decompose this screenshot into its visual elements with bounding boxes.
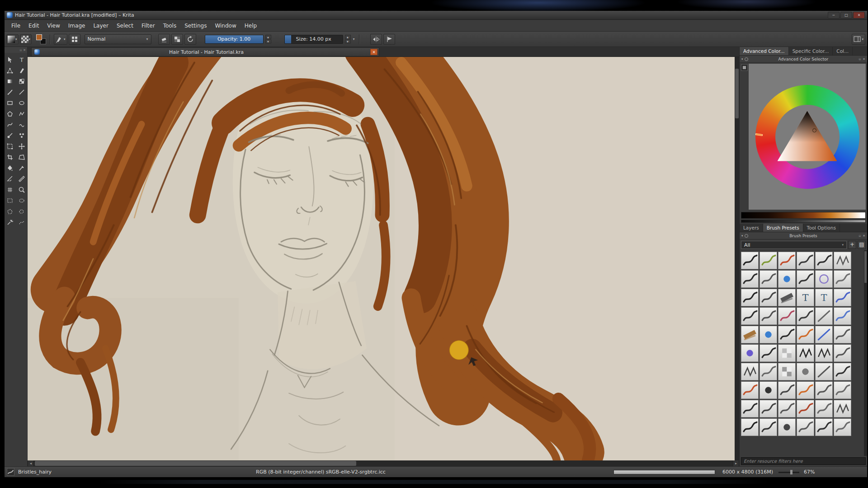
blending-mode-dropdown[interactable]: Normal ▾ xyxy=(85,34,151,44)
preset-chooser-button[interactable] xyxy=(69,34,80,45)
tool-multibrush[interactable] xyxy=(17,131,27,140)
spin-down-icon[interactable]: ▼ xyxy=(265,39,271,43)
workspace-chooser-button[interactable]: ▾ xyxy=(852,34,865,45)
shade-gradient-strip[interactable] xyxy=(741,212,866,219)
menu-help[interactable]: Help xyxy=(241,21,261,31)
brush-preset-25[interactable] xyxy=(760,326,777,343)
preset-scrollbar-thumb[interactable] xyxy=(864,251,867,283)
spin-down-icon[interactable]: ▼ xyxy=(345,39,351,43)
collapse-arrow-icon[interactable]: ▾ xyxy=(741,57,743,61)
horizontal-scrollbar-thumb[interactable] xyxy=(35,461,356,466)
menu-view[interactable]: View xyxy=(43,21,64,31)
brush-preset-50[interactable] xyxy=(778,400,796,418)
tool-edit-shapes[interactable] xyxy=(5,66,15,75)
tool-text[interactable]: T xyxy=(17,55,27,64)
brush-preset-39[interactable] xyxy=(797,363,814,380)
tool-freehand-brush[interactable] xyxy=(5,87,15,97)
docker-close-icon[interactable]: ✕ xyxy=(863,234,865,238)
brush-preset-0[interactable] xyxy=(741,252,759,269)
brush-preset-33[interactable] xyxy=(797,344,814,362)
brush-preset-20[interactable] xyxy=(778,307,796,325)
brush-preset-56[interactable] xyxy=(778,418,796,436)
brush-preset-44[interactable] xyxy=(778,381,796,399)
brush-preset-40[interactable] xyxy=(815,363,833,380)
brush-preset-31[interactable] xyxy=(760,344,777,362)
brush-preset-23[interactable] xyxy=(834,307,851,325)
brush-size-spinner[interactable]: ▲ ▼ xyxy=(345,35,351,43)
tool-polyline[interactable] xyxy=(17,109,27,118)
eraser-mode-button[interactable] xyxy=(158,34,170,45)
brush-preset-49[interactable] xyxy=(760,400,777,418)
tool-crop[interactable] xyxy=(5,152,15,162)
brush-preset-52[interactable] xyxy=(815,400,833,418)
collapse-arrow-icon[interactable]: ▾ xyxy=(741,234,743,238)
spin-up-icon[interactable]: ▲ xyxy=(345,35,351,39)
brush-preset-30[interactable] xyxy=(741,344,759,362)
shade-gradient-strip-2[interactable] xyxy=(741,220,866,223)
brush-editor-button[interactable]: ▾ xyxy=(54,34,67,45)
reload-preset-button[interactable] xyxy=(184,34,196,45)
docker-float-icon[interactable]: ▫ xyxy=(859,234,861,238)
brush-preset-58[interactable] xyxy=(815,418,833,436)
opacity-spinner[interactable]: ▲ ▼ xyxy=(265,35,271,43)
brush-preset-11[interactable] xyxy=(834,270,851,288)
spin-up-icon[interactable]: ▲ xyxy=(265,35,271,39)
chevron-down-icon[interactable]: ▾ xyxy=(353,37,355,41)
resource-filter-input[interactable] xyxy=(741,457,866,465)
brush-preset-13[interactable] xyxy=(760,289,777,306)
tool-gradient[interactable] xyxy=(5,76,15,86)
canvas-horizontal-scrollbar[interactable]: ◂ ▸ xyxy=(28,460,739,466)
tool-select-rect[interactable] xyxy=(5,196,15,205)
preset-scrollbar[interactable] xyxy=(864,250,867,456)
docker-close-icon[interactable]: ✕ xyxy=(863,57,865,61)
brush-preset-57[interactable] xyxy=(797,418,814,436)
tool-zoom[interactable] xyxy=(17,185,27,194)
brush-size-slider[interactable]: Size: 14.00 px xyxy=(284,35,343,44)
brush-preset-59[interactable] xyxy=(834,418,851,436)
docker-lock-icon[interactable] xyxy=(745,57,748,61)
menu-tools[interactable]: Tools xyxy=(159,21,181,31)
brush-preset-10[interactable] xyxy=(815,270,833,288)
maximize-button[interactable]: □ xyxy=(840,12,852,19)
tool-bezier-curve[interactable] xyxy=(5,120,15,129)
brush-preset-17[interactable] xyxy=(834,289,851,306)
import-resource-button[interactable]: ▤ xyxy=(858,241,866,249)
tool-color-picker[interactable] xyxy=(17,163,27,173)
mirror-horizontal-button[interactable] xyxy=(370,34,382,45)
tool-polygon[interactable] xyxy=(5,109,15,118)
tool-ellipse[interactable] xyxy=(17,98,27,108)
preset-filter-dropdown[interactable]: All ▾ xyxy=(741,241,847,249)
brush-preset-3[interactable] xyxy=(797,252,814,269)
current-brush-chip[interactable] xyxy=(7,468,14,476)
brush-preset-21[interactable] xyxy=(797,307,814,325)
docker-close-icon[interactable]: ✕ xyxy=(23,48,26,52)
tool-rectangle[interactable] xyxy=(5,98,15,108)
brush-preset-41[interactable] xyxy=(834,363,851,380)
brush-preset-34[interactable] xyxy=(815,344,833,362)
tool-grid[interactable] xyxy=(5,185,15,194)
tool-freehand-path[interactable] xyxy=(17,120,27,129)
tool-perspective[interactable] xyxy=(17,152,27,162)
brush-preset-6[interactable] xyxy=(741,270,759,288)
tab-tool-options[interactable]: Tool Options xyxy=(803,224,840,232)
tool-select-path[interactable] xyxy=(17,217,27,227)
zoom-slider-handle[interactable] xyxy=(790,470,793,474)
brush-preset-26[interactable] xyxy=(778,326,796,343)
brush-preset-14[interactable] xyxy=(778,289,796,306)
brush-preset-7[interactable] xyxy=(760,270,777,288)
brush-preset-29[interactable] xyxy=(834,326,851,343)
menu-select[interactable]: Select xyxy=(113,21,137,31)
pattern-chooser-button[interactable]: ▾ xyxy=(20,34,32,44)
brush-preset-19[interactable] xyxy=(760,307,777,325)
tool-measure[interactable] xyxy=(17,174,27,183)
tab-layers[interactable]: Layers xyxy=(740,224,763,232)
tool-select-shapes[interactable] xyxy=(5,55,15,64)
scroll-right-icon[interactable]: ▸ xyxy=(733,460,739,466)
tool-move[interactable] xyxy=(17,141,27,151)
tool-dynamic-brush[interactable] xyxy=(5,131,15,140)
foreground-background-color-widget[interactable] xyxy=(36,34,47,45)
tool-select-contiguous[interactable] xyxy=(5,217,15,227)
brush-preset-48[interactable] xyxy=(741,400,759,418)
opacity-slider[interactable]: Opacity: 1.00 xyxy=(205,35,264,44)
brush-preset-43[interactable] xyxy=(760,381,777,399)
